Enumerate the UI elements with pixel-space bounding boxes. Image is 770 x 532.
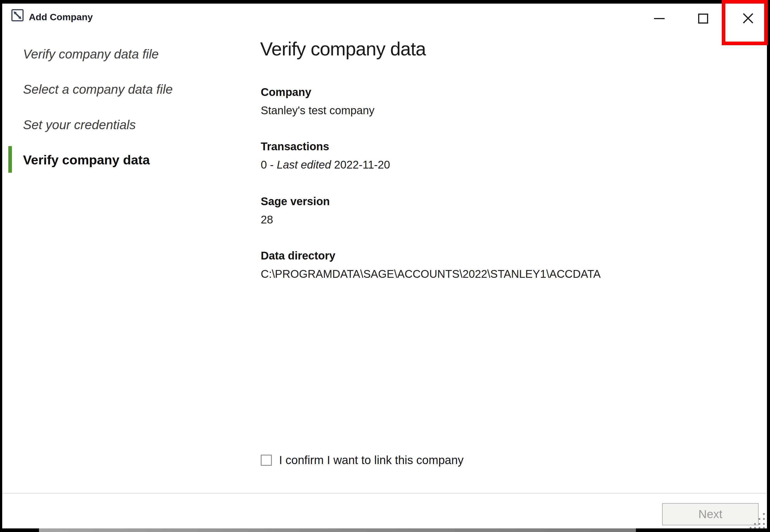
step-select-a-company-data-file[interactable]: Select a company data file (23, 81, 173, 98)
confirm-link-company-label[interactable]: I confirm I want to link this company (279, 453, 464, 467)
close-icon (742, 12, 754, 26)
field-data-directory-value: C:\PROGRAMDATA\SAGE\ACCOUNTS\2022\STANLE… (261, 266, 601, 282)
page-title: Verify company data (260, 35, 732, 62)
field-company-value: Stanley's test company (261, 103, 374, 118)
verify-company-data-panel: Verify company data Company Stanley's te… (260, 35, 732, 62)
confirm-link-company-checkbox[interactable] (261, 455, 272, 466)
transactions-count: 0 - (261, 159, 277, 171)
active-step-indicator (8, 146, 12, 173)
window-border-top (0, 0, 770, 4)
step-set-your-credentials[interactable]: Set your credentials (23, 116, 136, 133)
maximize-button[interactable] (692, 6, 714, 31)
titlebar: Add Company (2, 4, 767, 34)
field-company: Company Stanley's test company (261, 85, 374, 118)
window-border-right (767, 0, 770, 532)
window-border-left (0, 0, 2, 532)
window-border-bottom (0, 528, 770, 532)
field-transactions: Transactions 0 - Last edited 2022-11-20 (261, 139, 390, 172)
confirm-link-company-row[interactable]: I confirm I want to link this company (261, 453, 464, 467)
close-button[interactable] (737, 6, 759, 31)
field-transactions-value: 0 - Last edited 2022-11-20 (261, 157, 390, 172)
add-company-app-icon (11, 9, 24, 22)
minimize-icon (654, 18, 665, 19)
transactions-last-edited-text: Last edited (277, 159, 331, 171)
maximize-icon (698, 14, 708, 24)
footer-separator (0, 493, 770, 493)
field-sage-version: Sage version 28 (261, 194, 330, 227)
add-company-dialog: Add Company Verify company data file Sel… (0, 0, 770, 532)
transactions-last-edited-date: 2022-11-20 (331, 159, 390, 171)
window-title: Add Company (29, 11, 93, 23)
resize-grip[interactable] (747, 512, 767, 529)
field-sage-version-value: 28 (261, 212, 330, 227)
field-company-label: Company (261, 85, 374, 99)
field-data-directory-label: Data directory (261, 248, 601, 263)
field-data-directory: Data directory C:\PROGRAMDATA\SAGE\ACCOU… (261, 248, 601, 282)
field-sage-version-label: Sage version (261, 194, 330, 208)
step-verify-company-data-active[interactable]: Verify company data (23, 151, 150, 169)
minimize-button[interactable] (649, 6, 670, 31)
field-transactions-label: Transactions (261, 139, 390, 154)
step-verify-company-data-file[interactable]: Verify company data file (23, 45, 159, 63)
next-button[interactable]: Next (662, 503, 759, 525)
